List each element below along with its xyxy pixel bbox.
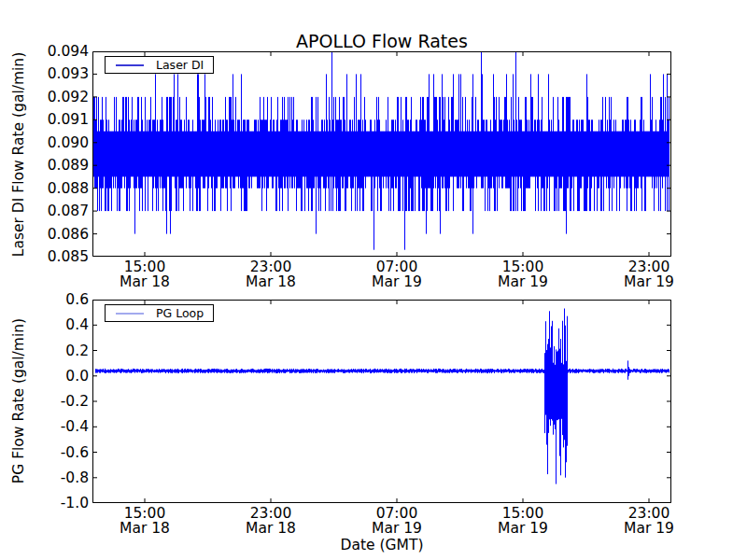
figure: APOLLO Flow Rates Laser DI Flow Rate (ga… <box>0 0 747 560</box>
y-tick-label: 0.4 <box>28 317 89 332</box>
y-tick-label: 0.085 <box>28 249 89 264</box>
y-tick-label: -0.4 <box>28 419 89 434</box>
x-tick-label-date: Mar 18 <box>232 521 310 536</box>
y-tick-label: 0.086 <box>28 227 89 242</box>
x-tick-label-time: 15:00 <box>106 259 184 274</box>
laser-di-series-path <box>94 51 669 250</box>
plot-frame <box>93 301 671 503</box>
y-tick-label: 0.088 <box>28 181 89 196</box>
x-tick-label-date: Mar 19 <box>358 521 436 536</box>
bottom-plot-area: PG Loop <box>92 300 671 503</box>
x-axis-label: Date (GMT) <box>92 538 671 553</box>
x-tick-label-time: 23:00 <box>610 259 688 274</box>
y-axis-label-top: Laser DI Flow Rate (gal/min) <box>11 34 27 276</box>
laser-di-legend-line-swatch <box>116 64 144 66</box>
legend-pg-loop: PG Loop <box>105 304 214 322</box>
y-tick-label: 0.094 <box>28 44 89 59</box>
y-tick-label: 0.0 <box>28 369 89 384</box>
pg-loop-legend-line-swatch <box>116 313 144 315</box>
y-tick-label: 0.087 <box>28 203 89 218</box>
legend-label-laser-di: Laser DI <box>156 59 204 71</box>
x-tick-label-date: Mar 18 <box>106 274 184 289</box>
x-tick-label-time: 07:00 <box>358 506 436 521</box>
bottom-plot-canvas <box>92 300 671 503</box>
y-tick-label: -0.8 <box>28 470 89 485</box>
x-tick-label-time: 15:00 <box>484 259 562 274</box>
y-tick-label: 0.093 <box>28 66 89 81</box>
y-tick-label: 0.091 <box>28 112 89 127</box>
axis-tick-marks <box>92 300 671 503</box>
y-tick-label: 0.6 <box>28 292 89 307</box>
top-plot-canvas <box>92 51 671 257</box>
y-tick-label: 0.092 <box>28 90 89 105</box>
x-tick-label-time: 23:00 <box>232 506 310 521</box>
x-tick-label-time: 23:00 <box>232 259 310 274</box>
legend-label-pg-loop: PG Loop <box>156 307 204 319</box>
y-axis-label-bottom: PG Flow Rate (gal/min) <box>11 280 27 523</box>
y-tick-label: -0.6 <box>28 445 89 460</box>
x-tick-label-date: Mar 19 <box>610 274 688 289</box>
y-tick-label: 0.2 <box>28 343 89 358</box>
x-tick-label-date: Mar 18 <box>106 521 184 536</box>
x-tick-label-time: 15:00 <box>484 506 562 521</box>
y-tick-label: -0.2 <box>28 394 89 409</box>
y-tick-label: 0.089 <box>28 158 89 173</box>
y-tick-label: -1.0 <box>28 496 89 511</box>
x-tick-label-time: 15:00 <box>106 506 184 521</box>
pg-loop-series-path <box>96 309 669 484</box>
chart-title: APOLLO Flow Rates <box>92 32 671 51</box>
top-plot-area: Laser DI <box>92 51 671 257</box>
legend-laser-di: Laser DI <box>105 56 214 74</box>
x-tick-label-date: Mar 19 <box>610 521 688 536</box>
x-tick-label-date: Mar 19 <box>484 274 562 289</box>
x-tick-label-date: Mar 18 <box>232 274 310 289</box>
y-tick-label: 0.090 <box>28 135 89 150</box>
x-tick-label-time: 23:00 <box>610 506 688 521</box>
x-tick-label-time: 07:00 <box>358 259 436 274</box>
x-tick-label-date: Mar 19 <box>358 274 436 289</box>
x-tick-label-date: Mar 19 <box>484 521 562 536</box>
